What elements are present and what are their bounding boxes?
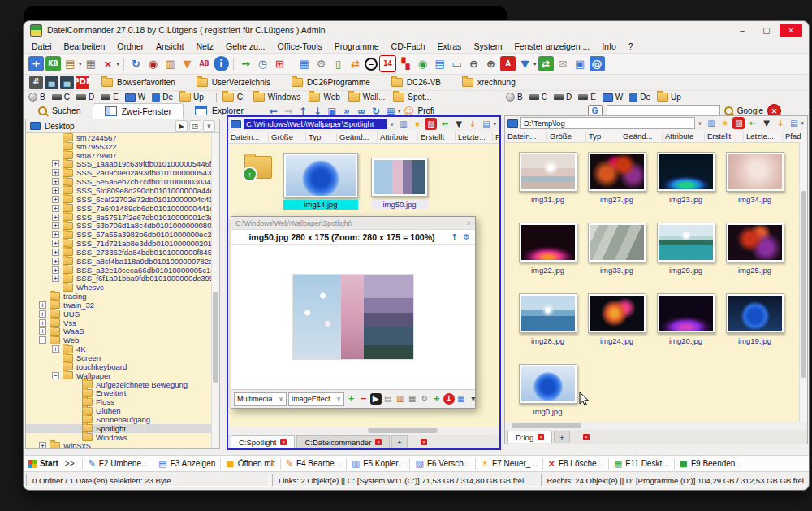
rotate-icon[interactable]: ↻ — [419, 393, 430, 405]
refresh-icon[interactable]: ↻ — [128, 56, 144, 71]
panel-tab[interactable]: + — [554, 431, 570, 443]
select-mode-icon[interactable]: ▨ — [425, 118, 437, 130]
image-view-icon[interactable]: ▭ — [449, 56, 464, 71]
tree-expander[interactable]: + — [52, 214, 59, 221]
drive-button[interactable]: B — [28, 93, 45, 102]
file-item[interactable]: img22.jpg — [513, 223, 582, 293]
scrollbar-thumb[interactable] — [512, 423, 581, 428]
equalize-icon[interactable]: = — [365, 58, 378, 71]
view-cards-icon[interactable]: ▥ — [705, 117, 717, 129]
tree-expander[interactable]: + — [52, 231, 59, 238]
panel-tab[interactable]: + — [391, 435, 408, 448]
column-header[interactable]: Attribute — [663, 132, 705, 141]
close-button[interactable]: × — [780, 24, 802, 37]
info-icon[interactable]: i — [214, 56, 229, 71]
clipboard-icon[interactable]: ▯ — [330, 56, 346, 71]
move-to-folder-icon[interactable]: ▼ — [179, 56, 195, 71]
tree-item[interactable]: + SSS_1aaab19c639fdb0101000005446f826 — [26, 160, 211, 169]
file-item[interactable]: img23.jpg — [651, 152, 720, 223]
tree-expander[interactable]: + — [39, 310, 46, 318]
file-item[interactable]: img20.jpg — [651, 293, 720, 364]
function-key-button[interactable]: ✎ F4 Bearbe... — [286, 458, 341, 469]
favorites-star-icon[interactable]: ★ — [719, 117, 731, 129]
file-item[interactable]: img28.jpg — [513, 293, 582, 364]
scanner-icon[interactable]: ▄ — [45, 76, 58, 89]
tree-expander[interactable]: + — [52, 249, 59, 256]
arrange-windows-icon[interactable]: + — [28, 56, 44, 71]
drive-button[interactable]: De — [629, 93, 650, 102]
favorites-star-icon[interactable]: ★ — [411, 118, 423, 130]
panel-tab[interactable]: C:Dateicommander× — [296, 435, 390, 448]
go-next-icon[interactable]: → — [238, 56, 253, 71]
column-header[interactable]: Größe — [547, 132, 586, 141]
column-header[interactable]: Geänd... — [337, 132, 378, 141]
copy-to-folder-icon[interactable]: ▥ — [162, 56, 178, 71]
close-icon[interactable]: × — [467, 219, 471, 227]
function-key-button[interactable]: ■ F9 Beenden — [680, 458, 736, 469]
tree-expander[interactable]: + — [52, 187, 59, 194]
scrollbar-thumb[interactable] — [368, 428, 438, 433]
drive-button[interactable]: C — [529, 93, 547, 102]
menu-item[interactable]: Datei — [32, 41, 52, 51]
drive-button[interactable]: B — [506, 93, 523, 102]
close-tab-icon[interactable]: × — [375, 439, 382, 445]
tree-expander[interactable]: + — [52, 160, 59, 167]
drive-button[interactable]: C — [52, 93, 70, 102]
drive-button[interactable]: Up — [657, 93, 681, 102]
breadcrumb-folder[interactable]: Web — [309, 93, 339, 102]
tree-item[interactable]: touchkeyboard — [26, 362, 211, 371]
paste-icon[interactable]: ▤ — [63, 56, 78, 71]
panel-tab[interactable]: × — [409, 436, 434, 448]
paste-image-icon[interactable]: ▥ — [395, 393, 406, 405]
function-key-button[interactable]: ▨ F6 Versch... — [415, 458, 470, 469]
filter-funnel-icon[interactable]: ▼ — [760, 117, 772, 129]
column-header[interactable]: Größe — [269, 132, 306, 141]
column-header[interactable]: Geänd... — [620, 132, 663, 141]
dropdown-caret-icon[interactable]: ▾ — [79, 61, 82, 67]
function-key-button[interactable]: ☀ F7 Neuer_... — [481, 458, 537, 469]
file-item[interactable]: img0.jpg — [513, 364, 582, 422]
tree-expander[interactable]: + — [52, 196, 59, 203]
tree-item[interactable]: + SSS_63b706d1a8c4db0101000000080a2809 — [26, 221, 211, 230]
column-header[interactable]: Attribute — [378, 132, 418, 141]
column-header[interactable]: Letzte... — [744, 132, 783, 141]
tree-item[interactable]: + SSS_6caf22702e72db01010000004c414039 — [26, 195, 211, 204]
tree-item[interactable]: + SSS_5e5a6eb7cb7cdb01010000030340c1a — [26, 177, 211, 186]
column-header[interactable]: Letzte... — [456, 132, 493, 141]
tree-item[interactable]: Spotlight — [26, 424, 211, 433]
tree-expander[interactable]: + — [39, 327, 46, 335]
tree-item[interactable]: Fluss — [26, 397, 211, 406]
tree-item[interactable]: sm7955322 — [26, 142, 211, 151]
delete-icon[interactable]: × — [101, 56, 116, 71]
back-green-icon[interactable]: ← — [438, 118, 451, 130]
tree-item[interactable]: + SSS_2a09c0e02a93db0101000000543d743d — [26, 168, 211, 177]
function-key-button[interactable]: ▤ F3 Anzeigen — [158, 458, 215, 469]
download-orange-icon[interactable]: ↓ — [466, 118, 478, 130]
zoom-in-icon[interactable]: ⊕ — [483, 56, 499, 71]
print-icon[interactable]: ▦ — [84, 56, 99, 71]
file-item[interactable]: img27.jpg — [582, 152, 651, 223]
tree-collapse-button[interactable]: ∨ — [203, 120, 215, 132]
scanner2-icon[interactable]: ▄ — [60, 76, 74, 89]
tree-expander[interactable]: + — [52, 169, 59, 176]
favorite-folder-button[interactable]: UserVerzeichnis — [197, 78, 270, 87]
pdf-icon[interactable]: A — [500, 56, 516, 71]
network-icon[interactable]: ▣ — [572, 56, 588, 71]
dropdown-caret-icon[interactable]: ▾ — [117, 61, 120, 67]
file-item[interactable]: img25.jpg — [720, 223, 789, 293]
play-icon[interactable]: ▶ — [370, 393, 382, 405]
file-item[interactable]: img29.jpg — [651, 223, 720, 293]
close-tab-icon[interactable]: × — [421, 439, 427, 445]
tree-expander[interactable]: + — [39, 442, 46, 448]
function-key-button[interactable]: ✎ F2 Umbene... — [88, 458, 148, 469]
address-book-icon[interactable]: @ — [590, 56, 605, 71]
column-header[interactable]: Erstellt — [705, 132, 744, 141]
tree-expander[interactable]: + — [52, 205, 59, 212]
panel-tab[interactable]: C:Spotlight× — [231, 435, 295, 448]
tree-item[interactable]: − Wallpaper — [26, 371, 211, 380]
dropdown-caret-icon[interactable]: ▾ — [493, 121, 496, 128]
file-thumbnail[interactable] — [371, 158, 428, 197]
tree-restore-button[interactable]: ◳ — [189, 120, 201, 132]
more-buttons-chevron[interactable]: >> — [65, 459, 75, 468]
column-header[interactable]: Typ — [306, 132, 337, 141]
